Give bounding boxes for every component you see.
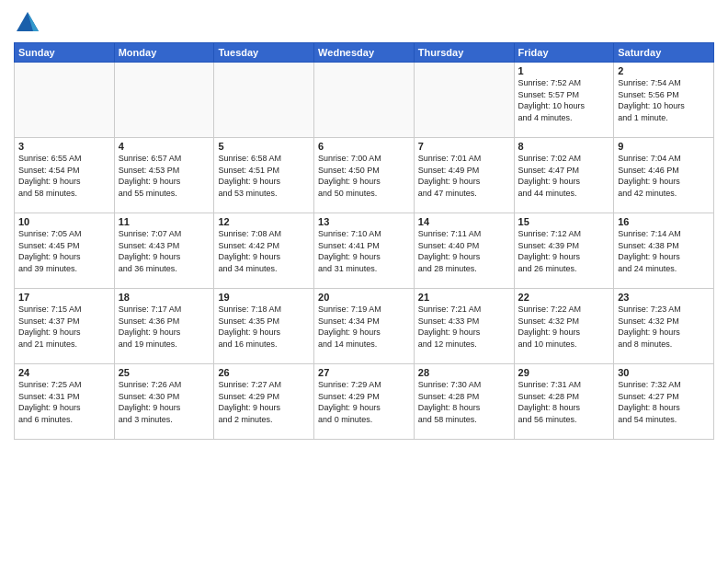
calendar-day-header: Monday (114, 43, 214, 63)
calendar-header-row: SundayMondayTuesdayWednesdayThursdayFrid… (15, 43, 714, 63)
day-number: 10 (18, 216, 110, 227)
day-number: 7 (418, 141, 510, 152)
day-info: Sunrise: 7:32 AM Sunset: 4:27 PM Dayligh… (618, 379, 710, 425)
day-number: 11 (119, 216, 210, 227)
day-info: Sunrise: 7:21 AM Sunset: 4:33 PM Dayligh… (418, 304, 510, 350)
calendar-week-row: 17Sunrise: 7:15 AM Sunset: 4:37 PM Dayli… (15, 289, 714, 364)
calendar-day-cell: 22Sunrise: 7:22 AM Sunset: 4:32 PM Dayli… (514, 289, 614, 364)
day-info: Sunrise: 7:01 AM Sunset: 4:49 PM Dayligh… (418, 153, 510, 199)
calendar-day-cell: 17Sunrise: 7:15 AM Sunset: 4:37 PM Dayli… (15, 289, 115, 364)
day-number: 8 (518, 141, 610, 152)
day-number: 19 (218, 292, 310, 303)
calendar-day-header: Saturday (614, 43, 714, 63)
calendar-day-cell: 4Sunrise: 6:57 AM Sunset: 4:53 PM Daylig… (114, 138, 214, 213)
day-number: 27 (318, 367, 410, 378)
calendar-week-row: 3Sunrise: 6:55 AM Sunset: 4:54 PM Daylig… (15, 138, 714, 213)
day-number: 22 (518, 292, 610, 303)
day-info: Sunrise: 7:00 AM Sunset: 4:50 PM Dayligh… (318, 153, 410, 199)
day-info: Sunrise: 7:10 AM Sunset: 4:41 PM Dayligh… (318, 228, 410, 274)
calendar-day-header: Thursday (414, 43, 514, 63)
day-info: Sunrise: 7:02 AM Sunset: 4:47 PM Dayligh… (518, 153, 610, 199)
day-info: Sunrise: 7:14 AM Sunset: 4:38 PM Dayligh… (618, 228, 710, 274)
day-number: 14 (418, 216, 510, 227)
day-info: Sunrise: 7:52 AM Sunset: 5:57 PM Dayligh… (518, 77, 610, 123)
day-info: Sunrise: 7:05 AM Sunset: 4:45 PM Dayligh… (18, 228, 110, 274)
calendar-day-cell: 26Sunrise: 7:27 AM Sunset: 4:29 PM Dayli… (214, 364, 314, 440)
day-number: 12 (218, 216, 310, 227)
day-info: Sunrise: 6:57 AM Sunset: 4:53 PM Dayligh… (119, 153, 210, 199)
calendar-day-cell (15, 63, 115, 138)
day-info: Sunrise: 7:08 AM Sunset: 4:42 PM Dayligh… (218, 228, 310, 274)
calendar-day-cell (214, 63, 314, 138)
day-number: 16 (618, 216, 710, 227)
calendar-day-cell: 9Sunrise: 7:04 AM Sunset: 4:46 PM Daylig… (614, 138, 714, 213)
day-info: Sunrise: 7:18 AM Sunset: 4:35 PM Dayligh… (218, 304, 310, 350)
day-number: 29 (518, 367, 610, 378)
day-info: Sunrise: 7:07 AM Sunset: 4:43 PM Dayligh… (119, 228, 210, 274)
day-number: 28 (418, 367, 510, 378)
calendar-week-row: 1Sunrise: 7:52 AM Sunset: 5:57 PM Daylig… (15, 63, 714, 138)
calendar-day-cell: 7Sunrise: 7:01 AM Sunset: 4:49 PM Daylig… (414, 138, 514, 213)
day-info: Sunrise: 7:31 AM Sunset: 4:28 PM Dayligh… (518, 379, 610, 425)
day-info: Sunrise: 7:23 AM Sunset: 4:32 PM Dayligh… (618, 304, 710, 350)
calendar-day-cell: 25Sunrise: 7:26 AM Sunset: 4:30 PM Dayli… (114, 364, 214, 440)
calendar-day-cell: 2Sunrise: 7:54 AM Sunset: 5:56 PM Daylig… (614, 63, 714, 138)
day-info: Sunrise: 7:26 AM Sunset: 4:30 PM Dayligh… (119, 379, 210, 425)
calendar-day-cell (414, 63, 514, 138)
calendar-day-cell: 23Sunrise: 7:23 AM Sunset: 4:32 PM Dayli… (614, 289, 714, 364)
day-number: 1 (518, 65, 610, 76)
day-number: 30 (618, 367, 710, 378)
day-info: Sunrise: 7:11 AM Sunset: 4:40 PM Dayligh… (418, 228, 510, 274)
header (14, 9, 714, 37)
calendar-day-cell: 13Sunrise: 7:10 AM Sunset: 4:41 PM Dayli… (314, 213, 415, 289)
day-number: 21 (418, 292, 510, 303)
day-info: Sunrise: 7:04 AM Sunset: 4:46 PM Dayligh… (618, 153, 710, 199)
day-number: 24 (18, 367, 110, 378)
day-info: Sunrise: 7:54 AM Sunset: 5:56 PM Dayligh… (618, 77, 710, 123)
day-info: Sunrise: 7:12 AM Sunset: 4:39 PM Dayligh… (518, 228, 610, 274)
day-number: 9 (618, 141, 710, 152)
calendar-table: SundayMondayTuesdayWednesdayThursdayFrid… (14, 42, 714, 440)
calendar-day-cell: 8Sunrise: 7:02 AM Sunset: 4:47 PM Daylig… (514, 138, 614, 213)
day-info: Sunrise: 7:29 AM Sunset: 4:29 PM Dayligh… (318, 379, 410, 425)
calendar-day-cell: 6Sunrise: 7:00 AM Sunset: 4:50 PM Daylig… (314, 138, 415, 213)
calendar-day-cell: 20Sunrise: 7:19 AM Sunset: 4:34 PM Dayli… (314, 289, 415, 364)
calendar-day-cell: 15Sunrise: 7:12 AM Sunset: 4:39 PM Dayli… (514, 213, 614, 289)
day-number: 5 (218, 141, 310, 152)
calendar-day-header: Sunday (15, 43, 115, 63)
day-info: Sunrise: 7:15 AM Sunset: 4:37 PM Dayligh… (18, 304, 110, 350)
calendar-day-cell: 28Sunrise: 7:30 AM Sunset: 4:28 PM Dayli… (414, 364, 514, 440)
calendar-day-cell: 5Sunrise: 6:58 AM Sunset: 4:51 PM Daylig… (214, 138, 314, 213)
day-number: 4 (119, 141, 210, 152)
day-number: 2 (618, 65, 710, 76)
day-info: Sunrise: 7:25 AM Sunset: 4:31 PM Dayligh… (18, 379, 110, 425)
day-number: 15 (518, 216, 610, 227)
day-number: 13 (318, 216, 410, 227)
day-number: 6 (318, 141, 410, 152)
calendar-day-cell: 30Sunrise: 7:32 AM Sunset: 4:27 PM Dayli… (614, 364, 714, 440)
calendar-week-row: 24Sunrise: 7:25 AM Sunset: 4:31 PM Dayli… (15, 364, 714, 440)
day-number: 23 (618, 292, 710, 303)
logo-icon (14, 9, 41, 37)
calendar-day-cell (314, 63, 415, 138)
calendar-day-cell: 11Sunrise: 7:07 AM Sunset: 4:43 PM Dayli… (114, 213, 214, 289)
page: SundayMondayTuesdayWednesdayThursdayFrid… (0, 0, 728, 563)
calendar-day-header: Wednesday (314, 43, 415, 63)
day-number: 17 (18, 292, 110, 303)
calendar-day-cell: 29Sunrise: 7:31 AM Sunset: 4:28 PM Dayli… (514, 364, 614, 440)
calendar-day-header: Friday (514, 43, 614, 63)
calendar-day-cell (114, 63, 214, 138)
day-info: Sunrise: 6:55 AM Sunset: 4:54 PM Dayligh… (18, 153, 110, 199)
day-info: Sunrise: 6:58 AM Sunset: 4:51 PM Dayligh… (218, 153, 310, 199)
calendar-day-header: Tuesday (214, 43, 314, 63)
day-number: 20 (318, 292, 410, 303)
day-number: 18 (119, 292, 210, 303)
day-info: Sunrise: 7:30 AM Sunset: 4:28 PM Dayligh… (418, 379, 510, 425)
calendar-day-cell: 3Sunrise: 6:55 AM Sunset: 4:54 PM Daylig… (15, 138, 115, 213)
day-number: 3 (18, 141, 110, 152)
calendar-day-cell: 19Sunrise: 7:18 AM Sunset: 4:35 PM Dayli… (214, 289, 314, 364)
day-info: Sunrise: 7:17 AM Sunset: 4:36 PM Dayligh… (119, 304, 210, 350)
calendar-day-cell: 1Sunrise: 7:52 AM Sunset: 5:57 PM Daylig… (514, 63, 614, 138)
calendar-day-cell: 10Sunrise: 7:05 AM Sunset: 4:45 PM Dayli… (15, 213, 115, 289)
calendar-day-cell: 21Sunrise: 7:21 AM Sunset: 4:33 PM Dayli… (414, 289, 514, 364)
